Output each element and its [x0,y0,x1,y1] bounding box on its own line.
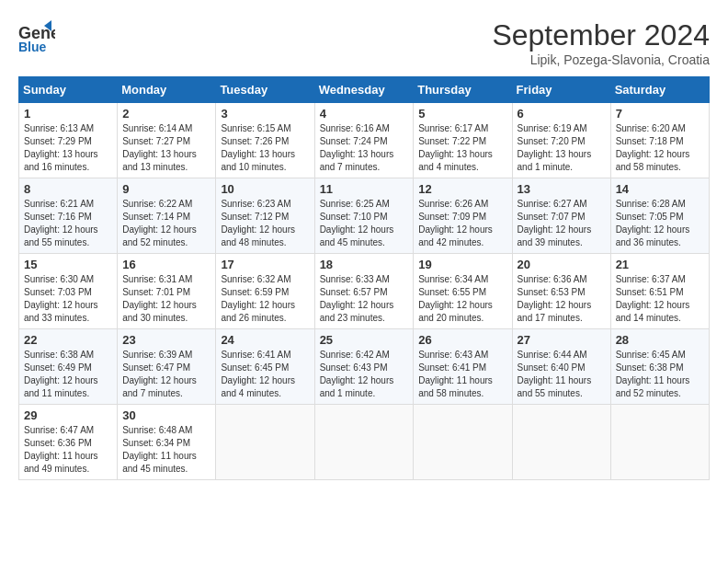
calendar-cell [314,405,414,480]
calendar-cell: 21Sunrise: 6:37 AM Sunset: 6:51 PM Dayli… [610,254,709,329]
calendar-cell: 9Sunrise: 6:22 AM Sunset: 7:14 PM Daylig… [118,178,216,254]
day-info: Sunrise: 6:31 AM Sunset: 7:01 PM Dayligh… [122,273,210,325]
location-subtitle: Lipik, Pozega-Slavonia, Croatia [492,52,710,67]
calendar-cell: 1Sunrise: 6:13 AM Sunset: 7:29 PM Daylig… [19,103,118,178]
calendar-cell: 28Sunrise: 6:45 AM Sunset: 6:38 PM Dayli… [610,329,709,405]
calendar-cell [414,405,512,480]
day-number: 15 [24,258,112,271]
day-number: 12 [418,182,506,196]
day-info: Sunrise: 6:44 AM Sunset: 6:40 PM Dayligh… [518,349,606,400]
calendar-cell: 5Sunrise: 6:17 AM Sunset: 7:22 PM Daylig… [414,103,512,178]
day-info: Sunrise: 6:16 AM Sunset: 7:24 PM Dayligh… [320,122,409,174]
day-info: Sunrise: 6:27 AM Sunset: 7:07 PM Dayligh… [518,198,606,249]
day-info: Sunrise: 6:14 AM Sunset: 7:27 PM Dayligh… [122,122,210,174]
day-number: 2 [122,107,210,121]
weekday-header-tuesday: Tuesday [216,77,314,103]
day-number: 11 [320,182,409,196]
day-info: Sunrise: 6:39 AM Sunset: 6:47 PM Dayligh… [122,349,210,400]
calendar-cell: 13Sunrise: 6:27 AM Sunset: 7:07 PM Dayli… [512,178,610,254]
day-info: Sunrise: 6:23 AM Sunset: 7:12 PM Dayligh… [221,198,309,249]
day-info: Sunrise: 6:47 AM Sunset: 6:36 PM Dayligh… [24,424,112,476]
day-number: 14 [616,182,704,196]
svg-text:Blue: Blue [18,40,47,54]
day-number: 30 [122,408,210,422]
day-info: Sunrise: 6:43 AM Sunset: 6:41 PM Dayligh… [418,349,506,400]
day-info: Sunrise: 6:28 AM Sunset: 7:05 PM Dayligh… [616,198,704,249]
day-info: Sunrise: 6:26 AM Sunset: 7:09 PM Dayligh… [418,198,506,249]
weekday-header-row: SundayMondayTuesdayWednesdayThursdayFrid… [19,77,710,103]
day-info: Sunrise: 6:20 AM Sunset: 7:18 PM Dayligh… [616,122,704,174]
day-info: Sunrise: 6:19 AM Sunset: 7:20 PM Dayligh… [518,122,606,174]
calendar-table: SundayMondayTuesdayWednesdayThursdayFrid… [18,76,710,480]
calendar-cell: 10Sunrise: 6:23 AM Sunset: 7:12 PM Dayli… [216,178,314,254]
calendar-cell: 30Sunrise: 6:48 AM Sunset: 6:34 PM Dayli… [118,405,216,480]
day-info: Sunrise: 6:22 AM Sunset: 7:14 PM Dayligh… [122,198,210,249]
calendar-cell: 12Sunrise: 6:26 AM Sunset: 7:09 PM Dayli… [414,178,512,254]
calendar-week-row: 22Sunrise: 6:38 AM Sunset: 6:49 PM Dayli… [19,329,710,405]
day-number: 10 [221,182,309,196]
calendar-week-row: 15Sunrise: 6:30 AM Sunset: 7:03 PM Dayli… [19,254,710,329]
calendar-cell [512,405,610,480]
calendar-cell: 22Sunrise: 6:38 AM Sunset: 6:49 PM Dayli… [19,329,118,405]
calendar-cell: 11Sunrise: 6:25 AM Sunset: 7:10 PM Dayli… [314,178,414,254]
day-info: Sunrise: 6:30 AM Sunset: 7:03 PM Dayligh… [24,273,112,325]
calendar-cell: 7Sunrise: 6:20 AM Sunset: 7:18 PM Daylig… [610,103,709,178]
calendar-cell: 15Sunrise: 6:30 AM Sunset: 7:03 PM Dayli… [19,254,118,329]
calendar-cell: 3Sunrise: 6:15 AM Sunset: 7:26 PM Daylig… [216,103,314,178]
weekday-header-friday: Friday [512,77,610,103]
weekday-header-wednesday: Wednesday [314,77,414,103]
day-number: 7 [616,107,704,121]
weekday-header-sunday: Sunday [19,77,118,103]
day-info: Sunrise: 6:36 AM Sunset: 6:53 PM Dayligh… [518,273,606,325]
calendar-cell: 26Sunrise: 6:43 AM Sunset: 6:41 PM Dayli… [414,329,512,405]
calendar-cell: 6Sunrise: 6:19 AM Sunset: 7:20 PM Daylig… [512,103,610,178]
day-number: 5 [418,107,506,121]
day-number: 9 [122,182,210,196]
calendar-cell: 27Sunrise: 6:44 AM Sunset: 6:40 PM Dayli… [512,329,610,405]
day-number: 1 [24,107,112,121]
day-number: 18 [320,258,409,271]
weekday-header-saturday: Saturday [610,77,709,103]
calendar-week-row: 8Sunrise: 6:21 AM Sunset: 7:16 PM Daylig… [19,178,710,254]
page-header: General Blue September 2024 Lipik, Pozeg… [18,18,710,67]
day-info: Sunrise: 6:42 AM Sunset: 6:43 PM Dayligh… [320,349,409,400]
weekday-header-thursday: Thursday [414,77,512,103]
day-info: Sunrise: 6:45 AM Sunset: 6:38 PM Dayligh… [616,349,704,400]
calendar-cell: 29Sunrise: 6:47 AM Sunset: 6:36 PM Dayli… [19,405,118,480]
calendar-week-row: 29Sunrise: 6:47 AM Sunset: 6:36 PM Dayli… [19,405,710,480]
day-info: Sunrise: 6:21 AM Sunset: 7:16 PM Dayligh… [24,198,112,249]
day-info: Sunrise: 6:41 AM Sunset: 6:45 PM Dayligh… [221,349,309,400]
day-number: 20 [518,258,606,271]
day-info: Sunrise: 6:38 AM Sunset: 6:49 PM Dayligh… [24,349,112,400]
calendar-cell: 24Sunrise: 6:41 AM Sunset: 6:45 PM Dayli… [216,329,314,405]
calendar-cell [610,405,709,480]
calendar-cell: 4Sunrise: 6:16 AM Sunset: 7:24 PM Daylig… [314,103,414,178]
calendar-cell [216,405,314,480]
calendar-cell: 8Sunrise: 6:21 AM Sunset: 7:16 PM Daylig… [19,178,118,254]
calendar-cell: 20Sunrise: 6:36 AM Sunset: 6:53 PM Dayli… [512,254,610,329]
calendar-cell: 14Sunrise: 6:28 AM Sunset: 7:05 PM Dayli… [610,178,709,254]
day-number: 16 [122,258,210,271]
day-number: 3 [221,107,309,121]
calendar-cell: 2Sunrise: 6:14 AM Sunset: 7:27 PM Daylig… [118,103,216,178]
day-info: Sunrise: 6:15 AM Sunset: 7:26 PM Dayligh… [221,122,309,174]
day-number: 28 [616,333,704,347]
calendar-week-row: 1Sunrise: 6:13 AM Sunset: 7:29 PM Daylig… [19,103,710,178]
calendar-cell: 19Sunrise: 6:34 AM Sunset: 6:55 PM Dayli… [414,254,512,329]
day-number: 13 [518,182,606,196]
day-info: Sunrise: 6:34 AM Sunset: 6:55 PM Dayligh… [418,273,506,325]
calendar-cell: 17Sunrise: 6:32 AM Sunset: 6:59 PM Dayli… [216,254,314,329]
day-info: Sunrise: 6:32 AM Sunset: 6:59 PM Dayligh… [221,273,309,325]
day-number: 29 [24,408,112,422]
month-title: September 2024 [492,18,710,52]
day-info: Sunrise: 6:13 AM Sunset: 7:29 PM Dayligh… [24,122,112,174]
logo: General Blue [18,18,60,55]
day-number: 8 [24,182,112,196]
day-number: 23 [122,333,210,347]
day-number: 21 [616,258,704,271]
day-info: Sunrise: 6:48 AM Sunset: 6:34 PM Dayligh… [122,424,210,476]
day-number: 27 [518,333,606,347]
day-info: Sunrise: 6:33 AM Sunset: 6:57 PM Dayligh… [320,273,409,325]
day-number: 6 [518,107,606,121]
day-number: 17 [221,258,309,271]
